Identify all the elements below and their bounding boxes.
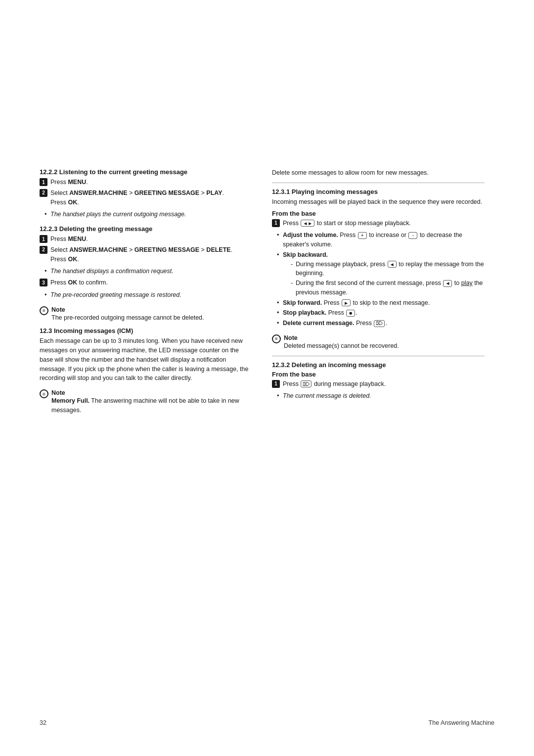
key-del: ⌦ bbox=[374, 320, 385, 327]
divider-top bbox=[272, 183, 485, 183]
step-2-bold3: DELETE bbox=[206, 246, 230, 253]
step-3-bold: OK bbox=[68, 279, 77, 286]
section-12-3-heading: 12.3 Incoming messages (ICM) bbox=[40, 327, 252, 334]
bullet-volume-bold: Adjust the volume. bbox=[283, 232, 338, 238]
section-12-3: 12.3 Incoming messages (ICM) Each messag… bbox=[40, 327, 252, 383]
step-number: 1 bbox=[272, 380, 280, 388]
step-2-bold2: GREETING MESSAGE bbox=[134, 246, 199, 253]
key-prev: ◄ bbox=[443, 280, 452, 287]
bullet-confirmation: The handset displays a confirmation requ… bbox=[44, 267, 252, 276]
section-12-3-1: 12.3.1 Playing incoming messages Incomin… bbox=[272, 188, 485, 328]
bullet-skip-forward-bold: Skip forward. bbox=[283, 299, 322, 306]
key-del2: ⌦ bbox=[301, 380, 312, 387]
key-minus: - bbox=[408, 232, 417, 239]
key-forward: ► bbox=[342, 299, 351, 306]
left-column: 12.2.2 Listening to the current greeting… bbox=[40, 168, 252, 420]
note-icon: ≡ bbox=[40, 306, 48, 315]
note-label: Note bbox=[51, 306, 65, 313]
step-1: 1 Press MENU. bbox=[40, 178, 252, 187]
note-content: Note The pre-recorded outgoing message c… bbox=[51, 306, 204, 323]
step-2-bold1: ANSWER.MACHINE bbox=[69, 189, 127, 196]
note-label: Note bbox=[51, 389, 65, 396]
section-12-2-3-step3: 3 Press OK to confirm. bbox=[40, 278, 252, 287]
bullet-stop-bold: Stop playback. bbox=[283, 309, 326, 316]
bullet-skip-backward: Skip backward. During message playback, … bbox=[277, 250, 485, 297]
step-number: 1 bbox=[40, 178, 47, 186]
section-12-2-3: 12.2.3 Deleting the greeting message 1 P… bbox=[40, 225, 252, 300]
key-replay: ◄ bbox=[388, 261, 397, 268]
step-2-bold2: GREETING MESSAGE bbox=[134, 189, 199, 196]
note-2: ≡ Note Memory Full. The answering machin… bbox=[40, 389, 252, 415]
step-number: 1 bbox=[40, 235, 47, 243]
bullet-restored: The pre-recorded greeting message is res… bbox=[44, 290, 252, 300]
key-stop: ■ bbox=[346, 310, 355, 317]
from-base-label: From the base bbox=[272, 210, 485, 217]
note-content: Note Memory Full. The answering machine … bbox=[51, 389, 252, 415]
step-number: 3 bbox=[40, 279, 47, 286]
step-2: 2 Select ANSWER.MACHINE > GREETING MESSA… bbox=[40, 189, 252, 207]
note-label: Note bbox=[284, 334, 298, 341]
section-12-2-2-steps: 1 Press MENU. 2 Select ANSWER.MACHINE > … bbox=[40, 178, 252, 207]
right-column: Delete some messages to allow room for n… bbox=[272, 168, 485, 420]
bullet-stop: Stop playback. Press ■. bbox=[277, 308, 485, 318]
note-1: ≡ Note The pre-recorded outgoing message… bbox=[40, 306, 252, 323]
note-text: Deleted message(s) cannot be recovered. bbox=[284, 342, 399, 349]
key-plus: + bbox=[358, 232, 367, 239]
section-12-3-2: 12.3.2 Deleting an incoming message From… bbox=[272, 361, 485, 401]
section-12-2-2-heading: 12.2.2 Listening to the current greeting… bbox=[40, 168, 252, 176]
footer-right: The Answering Machine bbox=[429, 719, 494, 726]
note-text: The pre-recorded outgoing message cannot… bbox=[51, 314, 204, 321]
section-12-3-2-bullets: The current message is deleted. bbox=[272, 391, 485, 401]
page: 12.2.2 Listening to the current greeting… bbox=[0, 0, 534, 756]
section-12-2-3-heading: 12.2.3 Deleting the greeting message bbox=[40, 225, 252, 233]
step-1-bold: MENU bbox=[68, 179, 86, 186]
note-3: ≡ Note Deleted message(s) cannot be reco… bbox=[272, 334, 485, 351]
step-2: 2 Select ANSWER.MACHINE > GREETING MESSA… bbox=[40, 245, 252, 264]
step-1-text: Press ◄► to start or stop message playba… bbox=[283, 219, 411, 228]
step-1: 1 Press ◄► to start or stop message play… bbox=[272, 219, 485, 228]
section-12-3-1-heading: 12.3.1 Playing incoming messages bbox=[272, 188, 485, 195]
section-12-2-3-bullets: The handset displays a confirmation requ… bbox=[40, 267, 252, 276]
section-12-3-1-bullets: Adjust the volume. Press + to increase o… bbox=[272, 231, 485, 328]
bullet-1: The handset plays the current outgoing m… bbox=[44, 210, 252, 219]
step-2-text: Select ANSWER.MACHINE > GREETING MESSAGE… bbox=[50, 189, 224, 207]
bullet-delete-bold: Delete current message. bbox=[283, 320, 355, 327]
step-1-text: Press ⌦ during message playback. bbox=[283, 379, 386, 389]
section-12-3-2-steps: 1 Press ⌦ during message playback. bbox=[272, 379, 485, 389]
step-1: 1 Press MENU. bbox=[40, 235, 252, 244]
skip-backward-subs: During message playback, press ◄ to repl… bbox=[283, 260, 485, 297]
content-area: 12.2.2 Listening to the current greeting… bbox=[40, 168, 494, 420]
note-icon: ≡ bbox=[272, 334, 281, 343]
footer: 32 The Answering Machine bbox=[40, 705, 494, 726]
key-play: ◄► bbox=[301, 220, 314, 227]
step-1-text: Press MENU. bbox=[50, 178, 88, 187]
section-12-2-2-bullets: The handset plays the current outgoing m… bbox=[40, 210, 252, 219]
step-2-bold4: OK bbox=[68, 256, 77, 263]
section-12-2-2: 12.2.2 Listening to the current greeting… bbox=[40, 168, 252, 219]
section-12-3-1-body: Incoming messages will be played back in… bbox=[272, 197, 485, 207]
step-1-bold: MENU bbox=[68, 236, 86, 242]
intro-text: Delete some messages to allow room for n… bbox=[272, 168, 485, 178]
note-icon: ≡ bbox=[40, 389, 48, 398]
step-2-bold3: PLAY bbox=[206, 189, 222, 196]
bullet-deleted: The current message is deleted. bbox=[277, 391, 485, 401]
step-number: 1 bbox=[272, 219, 280, 227]
section-12-2-3-bullets2: The pre-recorded greeting message is res… bbox=[40, 290, 252, 300]
step-3: 3 Press OK to confirm. bbox=[40, 278, 252, 287]
step-2-bold4: OK bbox=[68, 199, 77, 206]
note-text: Memory Full. The answering machine will … bbox=[51, 397, 239, 414]
sub-bullet-1: During message playback, press ◄ to repl… bbox=[291, 260, 485, 279]
section-12-3-2-heading: 12.3.2 Deleting an incoming message bbox=[272, 361, 485, 369]
step-number: 2 bbox=[40, 189, 47, 197]
bullet-skip-forward: Skip forward. Press ► to skip to the nex… bbox=[277, 298, 485, 308]
section-12-2-3-steps: 1 Press MENU. 2 Select ANSWER.MACHINE > … bbox=[40, 235, 252, 264]
from-base-label-2: From the base bbox=[272, 371, 485, 378]
step-2-bold1: ANSWER.MACHINE bbox=[69, 246, 127, 253]
section-12-3-1-steps: 1 Press ◄► to start or stop message play… bbox=[272, 219, 485, 228]
sub-bullet-2: During the first second of the current m… bbox=[291, 279, 485, 297]
page-number: 32 bbox=[40, 719, 46, 726]
bullet-delete: Delete current message. Press ⌦. bbox=[277, 319, 485, 328]
bullet-volume: Adjust the volume. Press + to increase o… bbox=[277, 231, 485, 249]
step-1: 1 Press ⌦ during message playback. bbox=[272, 379, 485, 389]
note-bold: Memory Full. bbox=[51, 397, 89, 404]
